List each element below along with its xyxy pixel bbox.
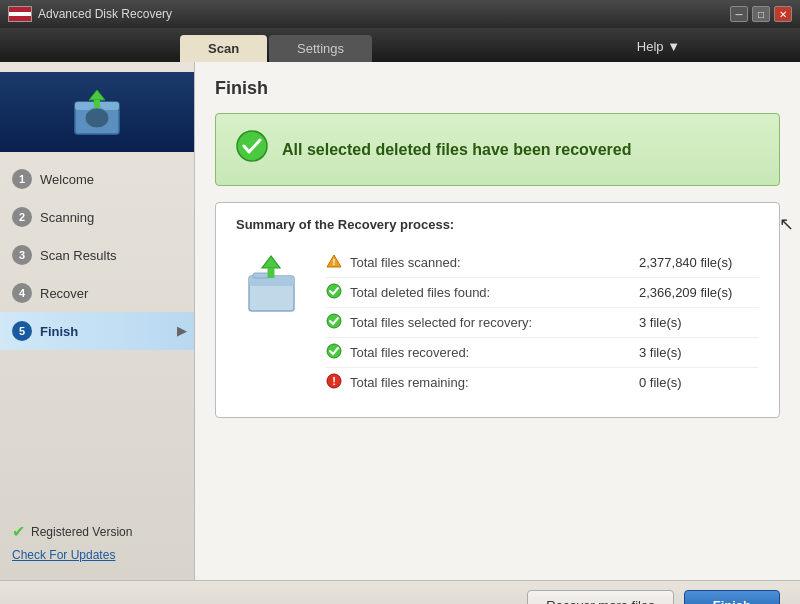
summary-rows: ! Total files scanned: 2,377,840 file(s) — [326, 248, 759, 397]
finish-button[interactable]: Finish — [684, 590, 780, 604]
svg-point-2 — [85, 108, 109, 128]
sidebar-item-scan-results[interactable]: 3 Scan Results — [0, 236, 194, 274]
sidebar-label-recover: Recover — [40, 286, 88, 301]
svg-rect-10 — [267, 268, 274, 278]
svg-text:!: ! — [332, 375, 336, 387]
step-2-num: 2 — [12, 207, 32, 227]
tab-settings[interactable]: Settings — [269, 35, 372, 62]
bottom-bar: Recover more files Finish — [0, 580, 800, 604]
row-0-icon: ! — [326, 253, 342, 272]
sidebar-label-scanning: Scanning — [40, 210, 94, 225]
sidebar-item-finish[interactable]: 5 Finish ▶ — [0, 312, 194, 350]
sidebar-bottom: ✔ Registered Version Check For Updates — [0, 514, 194, 570]
row-3-value: 3 file(s) — [639, 345, 759, 360]
summary-box: Summary of the Recovery process: — [215, 202, 780, 418]
row-4-icon: ! — [326, 373, 342, 392]
title-bar: Advanced Disk Recovery ─ □ ✕ — [0, 0, 800, 28]
success-check-icon — [236, 130, 268, 169]
recovery-illustration — [236, 248, 306, 318]
sidebar-label-scan-results: Scan Results — [40, 248, 117, 263]
summary-row-1: Total deleted files found: 2,366,209 fil… — [326, 278, 759, 308]
sidebar-item-welcome[interactable]: 1 Welcome — [0, 160, 194, 198]
row-1-icon — [326, 283, 342, 302]
cursor-hint-icon: ↖ — [779, 213, 794, 235]
svg-text:!: ! — [333, 257, 336, 267]
page-title: Finish — [215, 78, 780, 99]
sidebar-item-scanning[interactable]: 2 Scanning — [0, 198, 194, 236]
registered-version: ✔ Registered Version — [12, 522, 182, 541]
svg-marker-3 — [89, 90, 105, 100]
row-4-value: 0 file(s) — [639, 375, 759, 390]
svg-rect-4 — [94, 100, 100, 108]
main-layout: 1 Welcome 2 Scanning 3 Scan Results 4 Re… — [0, 62, 800, 580]
row-2-label: Total files selected for recovery: — [350, 315, 631, 330]
row-4-label: Total files remaining: — [350, 375, 631, 390]
step-4-num: 4 — [12, 283, 32, 303]
summary-row-4: ! Total files remaining: 0 file(s) — [326, 368, 759, 397]
content-area: Finish All selected deleted files have b… — [195, 62, 800, 580]
maximize-button[interactable]: □ — [752, 6, 770, 22]
sidebar-item-recover[interactable]: 4 Recover — [0, 274, 194, 312]
registered-check-icon: ✔ — [12, 522, 25, 541]
sidebar-label-finish: Finish — [40, 324, 78, 339]
row-3-label: Total files recovered: — [350, 345, 631, 360]
success-message: All selected deleted files have been rec… — [282, 141, 632, 159]
title-bar-controls: ─ □ ✕ — [730, 6, 792, 22]
row-0-label: Total files scanned: — [350, 255, 631, 270]
active-arrow-icon: ▶ — [177, 324, 186, 338]
summary-row-3: Total files recovered: 3 file(s) — [326, 338, 759, 368]
close-button[interactable]: ✕ — [774, 6, 792, 22]
row-2-value: 3 file(s) — [639, 315, 759, 330]
sidebar-label-welcome: Welcome — [40, 172, 94, 187]
svg-rect-8 — [253, 273, 269, 278]
sidebar-nav: 1 Welcome 2 Scanning 3 Scan Results 4 Re… — [0, 62, 194, 360]
summary-title: Summary of the Recovery process: — [236, 217, 759, 232]
row-3-icon — [326, 343, 342, 362]
svg-marker-9 — [262, 256, 280, 268]
step-1-num: 1 — [12, 169, 32, 189]
sidebar: 1 Welcome 2 Scanning 3 Scan Results 4 Re… — [0, 62, 195, 580]
tab-bar: Scan Settings Help ▼ — [0, 28, 800, 62]
summary-row-2: Total files selected for recovery: 3 fil… — [326, 308, 759, 338]
summary-row-0: ! Total files scanned: 2,377,840 file(s) — [326, 248, 759, 278]
summary-content: ! Total files scanned: 2,377,840 file(s) — [236, 248, 759, 397]
row-2-icon — [326, 313, 342, 332]
title-bar-left: Advanced Disk Recovery — [8, 6, 172, 22]
recover-more-button[interactable]: Recover more files — [527, 590, 673, 604]
help-button[interactable]: Help ▼ — [637, 39, 680, 62]
minimize-button[interactable]: ─ — [730, 6, 748, 22]
row-0-value: 2,377,840 file(s) — [639, 255, 759, 270]
tabs: Scan Settings — [180, 35, 372, 62]
app-logo-icon — [67, 82, 127, 142]
svg-point-5 — [237, 131, 267, 161]
logo-area — [0, 72, 194, 152]
check-updates-link[interactable]: Check For Updates — [12, 548, 115, 562]
row-1-label: Total deleted files found: — [350, 285, 631, 300]
flag-icon — [8, 6, 32, 22]
tab-scan[interactable]: Scan — [180, 35, 267, 62]
row-1-value: 2,366,209 file(s) — [639, 285, 759, 300]
step-5-num: 5 — [12, 321, 32, 341]
success-banner: All selected deleted files have been rec… — [215, 113, 780, 186]
app-title: Advanced Disk Recovery — [38, 7, 172, 21]
registered-label: Registered Version — [31, 525, 132, 539]
step-3-num: 3 — [12, 245, 32, 265]
